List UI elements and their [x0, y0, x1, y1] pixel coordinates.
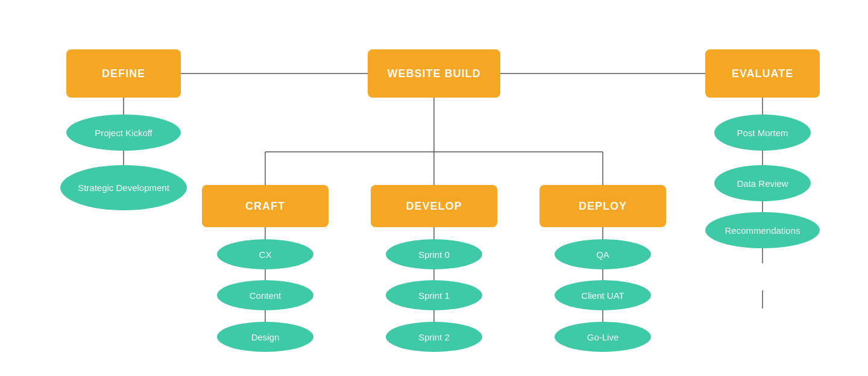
sprint1-node: Sprint 1	[386, 280, 482, 310]
project-kickoff-node: Project Kickoff	[66, 114, 181, 151]
sprint0-node: Sprint 0	[386, 239, 482, 269]
diagram: WEBSITE BUILD DEFINE EVALUATE CRAFT DEVE…	[30, 13, 838, 363]
recommendations-node: Recommendations	[705, 212, 820, 248]
client-uat-node: Client UAT	[555, 280, 651, 310]
post-mortem-node: Post Mortem	[714, 114, 811, 151]
design-node: Design	[217, 322, 313, 352]
craft-node: CRAFT	[202, 185, 329, 227]
go-live-node: Go-Live	[555, 322, 651, 352]
cx-node: CX	[217, 239, 313, 269]
content-node: Content	[217, 280, 313, 310]
data-review-node: Data Review	[714, 165, 811, 201]
deploy-node: DEPLOY	[539, 185, 666, 227]
qa-node: QA	[555, 239, 651, 269]
evaluate-node: EVALUATE	[705, 49, 820, 98]
develop-node: DEVELOP	[371, 185, 497, 227]
define-node: DEFINE	[66, 49, 181, 98]
strategic-development-node: Strategic Development	[60, 165, 187, 210]
website-build-node: WEBSITE BUILD	[368, 49, 500, 98]
sprint2-node: Sprint 2	[386, 322, 482, 352]
